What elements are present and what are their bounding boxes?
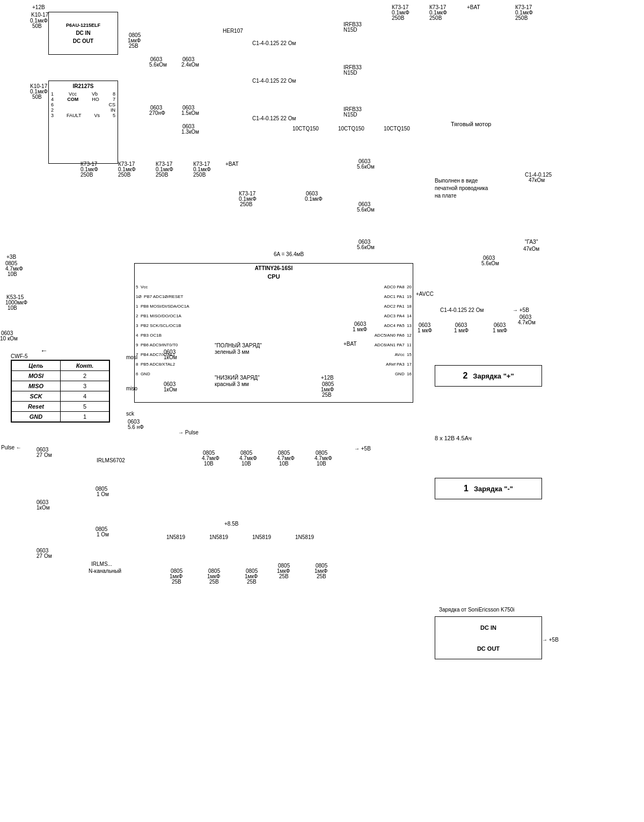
cpu-pin14: ADC3 PA4 14: [375, 311, 412, 321]
cpu-pin16: GND 16: [375, 369, 412, 379]
bc4-volt: 10В: [317, 461, 326, 467]
r13-val: 5.6кОм: [481, 260, 499, 266]
r3-val: 270нФ: [149, 110, 165, 116]
vcc5-charger: → +5В: [542, 637, 559, 643]
k10-volt: 50В: [32, 94, 42, 100]
vcc12-label: +12В: [32, 4, 45, 10]
ic-attiny-name: ATTINY26-16SI: [255, 265, 292, 271]
charge-neg-num: 1: [464, 484, 469, 493]
cpu-pin4: 4 PB3 OC1B: [136, 331, 189, 340]
charge-neg-label: Зарядка "-": [474, 485, 513, 493]
cpu-pin7: 7 PB4 ADC7/XTAL1: [136, 350, 189, 360]
k73-m2volt: 250В: [118, 172, 130, 178]
k73-1volt: 250В: [392, 15, 404, 21]
ir-pin2: 2: [51, 107, 54, 113]
r23-val: 1 Ом: [97, 532, 109, 537]
k73-m1volt: 250В: [80, 172, 93, 178]
ir-pin6: 6: [51, 102, 54, 107]
row-sck-pin: 4: [61, 391, 109, 402]
cpu-pin2: 2 PB1 MISO/DO/OC1A: [136, 311, 189, 321]
cpu-pin6: 6 GND: [136, 369, 189, 379]
d5-name: 1N5819: [166, 534, 185, 540]
k73-m5volt: 250В: [240, 201, 252, 207]
r4-val: 1.5кОм: [181, 110, 199, 116]
vcc5-bottom: → +5В: [354, 446, 371, 452]
ir-pin1: 1: [51, 91, 54, 97]
c5-volt: 10В: [8, 271, 17, 277]
bc8-volt: 25В: [279, 573, 289, 579]
k73-2volt: 250В: [429, 15, 442, 21]
c24-val: 5.6 нФ: [128, 424, 144, 430]
cpu-pin19: ADC1 PA1 19: [375, 292, 412, 302]
fet2-type: N15D: [343, 70, 357, 76]
motor-label: Тяговый мотор: [451, 121, 492, 127]
d6-name: 1N5819: [209, 534, 228, 540]
k73-m4volt: 250В: [193, 172, 206, 178]
bc7-volt: 25В: [247, 579, 257, 585]
ic-attiny26: ATTINY26-16SI CPU 5 Vcc 1Ø PB7 ADC1Ø/RES…: [134, 263, 413, 403]
ir-vs: Vs: [94, 113, 100, 118]
bc6-volt: 25В: [209, 579, 219, 585]
led1-label: "ПОЛНЫЙ ЗАРЯД": [215, 343, 262, 348]
ir-pin5: 5: [113, 113, 115, 118]
r15-val: 4.7кОм: [518, 319, 536, 325]
gas-label: "ГАЗ": [525, 239, 538, 245]
ir-cs: CS: [108, 102, 115, 107]
pulse-left: Pulse ←: [1, 445, 21, 450]
cpu-pin15: AVcc 15: [375, 350, 412, 360]
cpu-pin18: ADC2 PA1 18: [375, 302, 412, 311]
r2-val: 2.4кОм: [181, 62, 199, 68]
c22-volt: 25В: [322, 392, 332, 398]
cpu-pin20: ADC0 PA8 20: [375, 282, 412, 292]
cpu-pin13: ADC4 PA5 13: [375, 321, 412, 331]
r19-val: 27 Ом: [36, 553, 52, 559]
d7-name: 1N5819: [252, 534, 271, 540]
cpu-pin12: ADC5/AN0 PA6 12: [375, 331, 412, 340]
bc1-volt: 10В: [204, 461, 214, 467]
vcc3-label: +3В: [6, 254, 16, 260]
r6-val: 5.6кОм: [357, 164, 375, 170]
ic-p6au-dcout: DC OUT: [73, 38, 93, 44]
r22-val: 1 Ом: [97, 491, 109, 497]
r25-val: 1кОм: [36, 505, 50, 511]
ic-p6au-name: P6AU-1215ELF: [66, 23, 100, 28]
bc2-volt: 10В: [241, 461, 251, 467]
led2-label: "НИЗКИЙ ЗАРЯД": [215, 375, 260, 381]
r47k-val: 47кОм: [529, 177, 545, 183]
d-10ctq150-1: 10CTQ150: [292, 126, 319, 132]
schematic-main: +12В K10-17 0.1мкФ 50В P6AU-1215ELF DC I…: [0, 0, 644, 822]
r1-val: 5.6кОм: [149, 62, 167, 68]
cwf5-arrow: ←: [40, 346, 48, 355]
k53-volt: 10В: [8, 305, 17, 311]
cwf5-name: CWF-5: [11, 353, 28, 359]
d-10ctq150-2: 10CTQ150: [338, 126, 364, 132]
c-22om-3pkg: C1-4-0.125 22 Ом: [252, 115, 296, 121]
ir-fault: FAULT: [67, 113, 81, 118]
c3-pkg: K10-17: [31, 12, 48, 18]
cpu-pin9: 9 PB6 ADC9/INT0/T0: [136, 340, 189, 350]
charger-dcin: DC IN: [480, 624, 496, 631]
bc9-volt: 25В: [317, 573, 326, 579]
ic-p6au: P6AU-1215ELF DC IN DC OUT: [48, 12, 118, 55]
ir-vcc: Vcc: [69, 91, 77, 97]
row-gnd-pin: 1: [61, 412, 109, 422]
d8-name: 1N5819: [295, 534, 314, 540]
battery-info: 8 х 12В 4.5Ач: [435, 435, 472, 441]
her107-label: HER107: [223, 28, 243, 34]
r5-val: 1.3кОм: [181, 129, 199, 135]
r16-val: 1кОм: [164, 354, 177, 360]
k73-3volt: 250В: [515, 15, 528, 21]
r7-val: 5.6кОм: [357, 207, 375, 213]
vbat-m: +BAT: [225, 161, 239, 167]
irlms-name: IRLMS6702: [97, 457, 125, 463]
vcc12-mid: +12В: [321, 375, 334, 381]
ic-p6au-dcin: DC IN: [76, 30, 90, 36]
c17-val: 1 мкФ: [493, 328, 507, 333]
row-mosi-pin: 2: [61, 371, 109, 381]
vbat-top: +BAT: [467, 4, 480, 10]
charge-pos-box: 2 Зарядка "+": [435, 365, 542, 387]
r22om-pkg: C1-4-0.125 22 Ом: [440, 307, 484, 313]
col-pin: Конт.: [61, 361, 109, 371]
r17-val: 1кОм: [164, 387, 177, 392]
charger-dcout: DC OUT: [477, 645, 500, 652]
